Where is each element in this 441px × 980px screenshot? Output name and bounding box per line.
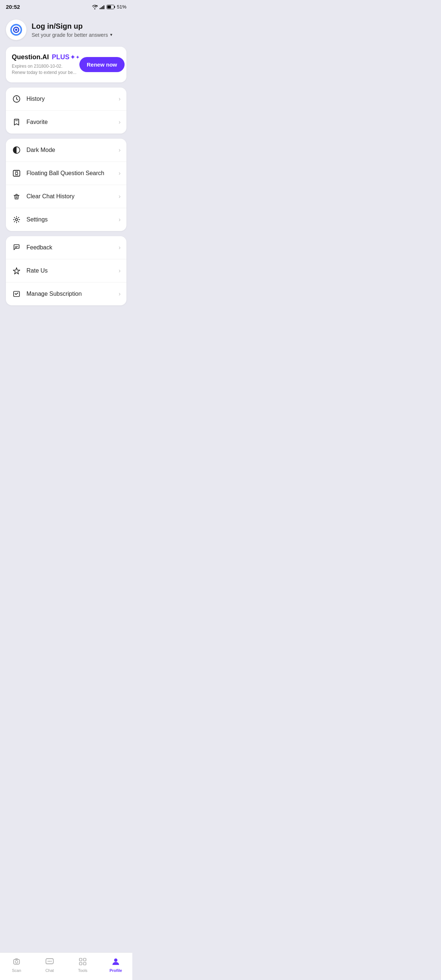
nav-scan[interactable]: Scan — [0, 956, 33, 973]
profile-nav-label: Profile — [109, 968, 122, 973]
svg-rect-14 — [13, 170, 20, 176]
svg-point-24 — [51, 961, 52, 962]
dark-mode-icon — [12, 145, 21, 155]
history-item[interactable]: History › — [6, 88, 127, 111]
svg-rect-2 — [101, 7, 102, 9]
svg-rect-28 — [83, 963, 86, 965]
history-icon — [12, 94, 21, 104]
bottom-nav: Scan Chat Tools — [0, 952, 132, 980]
battery-icon — [106, 5, 116, 10]
svg-point-16 — [16, 218, 17, 221]
profile-nav-icon — [111, 956, 121, 967]
app-name: Question.AI — [12, 53, 49, 61]
svg-rect-6 — [114, 6, 115, 8]
feedback-label: Feedback — [27, 244, 119, 251]
clear-chat-item[interactable]: Clear Chat History › — [6, 185, 127, 208]
favorite-icon — [12, 117, 21, 127]
battery-percent: 51% — [117, 4, 127, 10]
svg-rect-4 — [103, 5, 105, 9]
rate-us-chevron: › — [119, 267, 121, 274]
plus-badge: PLUS ✦ ✦ — [52, 53, 79, 61]
floating-ball-chevron: › — [119, 170, 121, 177]
tools-nav-icon — [78, 956, 88, 967]
menu-group-1: History › Favorite › — [6, 88, 127, 134]
favorite-chevron: › — [119, 119, 121, 126]
svg-point-11 — [15, 29, 17, 31]
manage-subscription-chevron: › — [119, 291, 121, 297]
scan-nav-icon — [11, 956, 22, 967]
svg-rect-18 — [14, 959, 19, 964]
wifi-icon: 4G — [92, 5, 98, 10]
plus-card-info: Question.AI PLUS ✦ ✦ Expires on 231800-1… — [12, 53, 79, 76]
history-chevron: › — [119, 95, 121, 102]
tools-nav-label: Tools — [78, 968, 87, 973]
rate-us-label: Rate Us — [27, 267, 119, 274]
profile-info: Log in/Sign up Set your grade for better… — [32, 22, 127, 38]
settings-label: Settings — [27, 216, 119, 223]
feedback-icon — [12, 243, 21, 252]
plus-card: Question.AI PLUS ✦ ✦ Expires on 231800-1… — [6, 47, 127, 83]
history-label: History — [27, 95, 119, 102]
feedback-item[interactable]: Feedback › — [6, 236, 127, 259]
avatar — [6, 19, 27, 40]
dark-mode-label: Dark Mode — [27, 147, 119, 153]
svg-rect-27 — [79, 963, 82, 965]
clear-chat-chevron: › — [119, 193, 121, 200]
plus-star-icon: ✦ — [70, 54, 75, 61]
svg-point-23 — [49, 961, 50, 962]
menu-group-3: Feedback › Rate Us › Manage Subscription… — [6, 236, 127, 305]
plus-small-star-icon: ✦ — [76, 55, 79, 60]
chat-nav-icon — [44, 956, 55, 967]
renew-now-button[interactable]: Renew now — [79, 57, 125, 72]
floating-ball-icon — [12, 169, 21, 178]
app-logo-icon — [9, 23, 23, 37]
main-content: Log in/Sign up Set your grade for better… — [0, 12, 132, 347]
signal-icon — [99, 5, 105, 10]
manage-subscription-icon — [12, 289, 21, 299]
profile-title: Log in/Sign up — [32, 22, 127, 30]
settings-item[interactable]: Settings › — [6, 208, 127, 231]
plus-expiry: Expires on 231800-10-02. Renew today to … — [12, 63, 79, 76]
clear-chat-icon — [12, 192, 21, 201]
svg-rect-3 — [102, 6, 103, 9]
svg-point-19 — [16, 961, 18, 963]
status-time: 20:52 — [6, 4, 20, 10]
svg-rect-25 — [79, 958, 82, 961]
nav-tools[interactable]: Tools — [66, 956, 99, 973]
dark-mode-chevron: › — [119, 147, 121, 153]
dark-mode-item[interactable]: Dark Mode › — [6, 139, 127, 162]
svg-rect-7 — [107, 6, 111, 8]
svg-point-29 — [114, 959, 117, 962]
chat-nav-label: Chat — [45, 968, 54, 973]
svg-rect-26 — [83, 958, 86, 961]
feedback-chevron: › — [119, 244, 121, 251]
svg-point-15 — [16, 172, 18, 174]
svg-rect-1 — [100, 8, 101, 9]
profile-subtitle: Set your grade for better answers ▼ — [32, 32, 127, 38]
nav-profile[interactable]: Profile — [99, 956, 132, 973]
manage-subscription-item[interactable]: Manage Subscription › — [6, 283, 127, 305]
profile-header: Log in/Sign up Set your grade for better… — [6, 15, 127, 47]
rate-us-item[interactable]: Rate Us › — [6, 259, 127, 283]
settings-icon — [12, 215, 21, 224]
clear-chat-label: Clear Chat History — [27, 193, 119, 200]
status-icons: 4G 51% — [92, 4, 127, 10]
manage-subscription-label: Manage Subscription — [27, 291, 119, 297]
rate-us-icon — [12, 266, 21, 275]
favorite-label: Favorite — [27, 119, 119, 126]
settings-chevron: › — [119, 216, 121, 223]
scan-nav-label: Scan — [12, 968, 21, 973]
floating-ball-item[interactable]: Floating Ball Question Search › — [6, 162, 127, 185]
plus-title-row: Question.AI PLUS ✦ ✦ — [12, 53, 79, 61]
status-bar: 20:52 4G 51% — [0, 0, 132, 12]
menu-group-2: Dark Mode › Floating Ball Question Searc… — [6, 139, 127, 231]
floating-ball-label: Floating Ball Question Search — [27, 170, 119, 177]
svg-text:4G: 4G — [95, 5, 98, 7]
grade-dropdown-arrow[interactable]: ▼ — [109, 33, 113, 37]
favorite-item[interactable]: Favorite › — [6, 111, 127, 134]
nav-chat[interactable]: Chat — [33, 956, 66, 973]
svg-point-22 — [48, 961, 49, 962]
